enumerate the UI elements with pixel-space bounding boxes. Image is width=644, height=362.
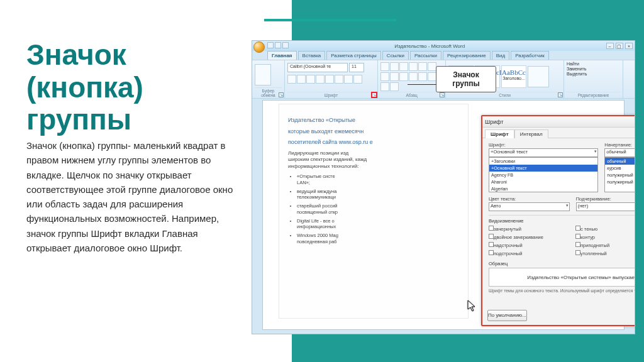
font-name-combo[interactable]: Calibri (Основной те	[287, 63, 348, 72]
preview-note: Шрифт темы для основного текста. Использ…	[489, 288, 635, 293]
show-marks-button[interactable]	[380, 72, 389, 81]
chk-engrave[interactable]: утопленный	[575, 250, 635, 256]
lbl-font: Шрифт:	[489, 142, 598, 148]
preview-box: Издательство «Открытые системы» выпускае…	[489, 268, 635, 287]
styles-launcher-icon[interactable]: ↘	[558, 92, 563, 97]
window-controls[interactable]: – ▢ ×	[606, 43, 633, 49]
replace-button[interactable]: Заменить	[567, 67, 586, 71]
group-editing-label: Редактирование	[567, 92, 620, 98]
callout-group-icon: Значок группы	[436, 66, 496, 92]
font-launcher-icon[interactable]: ↘	[372, 92, 377, 97]
office-button-icon[interactable]	[253, 41, 265, 53]
group-font-label: Шрифт	[287, 92, 375, 98]
doc-bullet: «Открытые систе LAN»;	[297, 173, 459, 186]
borders-button[interactable]	[390, 82, 399, 91]
align-right-button[interactable]	[409, 72, 418, 81]
subscript-button[interactable]	[325, 75, 334, 84]
change-styles-button[interactable]	[528, 66, 549, 87]
qat-redo-icon[interactable]	[282, 42, 289, 48]
doc-bullet: Windows 2000 Mag повседневная раб	[297, 233, 459, 245]
quick-access-toolbar[interactable]	[267, 42, 289, 48]
bullets-button[interactable]	[380, 62, 389, 71]
close-icon[interactable]: ×	[625, 43, 633, 49]
chk-strike[interactable]: зачеркнутый	[489, 226, 570, 232]
tab-developer[interactable]: Разработчик	[511, 51, 549, 60]
chk-outline[interactable]: контур	[575, 234, 635, 240]
bold-button[interactable]	[287, 75, 296, 84]
style-listbox[interactable]: обычный курсив полужирный полужирный кур…	[604, 157, 635, 192]
tab-mailings[interactable]: Рассылки	[410, 51, 441, 60]
ribbon-tabs[interactable]: Главная Вставка Разметка страницы Ссылки…	[267, 51, 549, 60]
line-spacing-button[interactable]	[428, 72, 436, 81]
chk-subscript[interactable]: подстрочный	[489, 250, 570, 256]
superscript-button[interactable]	[335, 75, 343, 84]
group-paragraph-label: Абзац	[380, 92, 443, 98]
indent-dec-button[interactable]	[409, 62, 418, 71]
word-screenshot: Издательство - Microsoft Word – ▢ × Глав…	[252, 40, 635, 334]
lbl-style: Начертание:	[604, 142, 635, 148]
sort-button[interactable]	[428, 62, 436, 71]
tab-home[interactable]: Главная	[267, 51, 297, 60]
paragraph-launcher-icon[interactable]: ↘	[440, 92, 445, 97]
dialog-tab-font[interactable]: Шрифт	[485, 129, 514, 138]
chk-shadow[interactable]: с тенью	[575, 226, 635, 232]
multilevel-button[interactable]	[399, 62, 408, 71]
chk-superscript[interactable]: надстрочный	[489, 242, 570, 248]
doc-hd-2: которые выходят ежемесячн	[288, 128, 459, 136]
chk-emboss[interactable]: приподнятый	[575, 242, 635, 248]
tab-review[interactable]: Рецензирование	[443, 51, 491, 60]
doc-para: Лидирующие позиции изд широким спектром …	[288, 150, 459, 170]
group-editing: Найти Заменить Выделить Редактирование	[564, 60, 623, 98]
font-listbox[interactable]: +Заголовки +Основной текст Agency FB Aha…	[489, 157, 598, 192]
style-tile-3[interactable]: AaBbCcЗаголово...	[501, 65, 526, 88]
lbl-color: Цвет текста:	[489, 196, 570, 202]
lbl-effects: Видоизменение	[489, 218, 635, 224]
paste-button[interactable]	[255, 64, 271, 85]
font-input[interactable]: +Основной текст	[489, 148, 598, 157]
align-center-button[interactable]	[399, 72, 408, 81]
highlight-button[interactable]	[344, 75, 353, 84]
document-page: Издательство «Открытые которые выходят е…	[279, 104, 468, 318]
word-window-title: Издательство - Microsoft Word	[394, 43, 465, 49]
default-button[interactable]: По умолчанию...	[487, 310, 527, 321]
tab-insert[interactable]: Вставка	[298, 51, 326, 60]
shading-button[interactable]	[380, 82, 389, 91]
find-button[interactable]: Найти	[567, 62, 579, 66]
doc-hd-3: посетителей сайта www.osp.ru е	[288, 139, 459, 146]
tab-layout[interactable]: Разметка страницы	[326, 51, 381, 60]
slide-body: Значок (кнопка) группы- маленький квадра…	[26, 138, 240, 255]
style-input[interactable]: обычный	[604, 148, 635, 157]
align-left-button[interactable]	[390, 72, 399, 81]
justify-button[interactable]	[418, 72, 427, 81]
select-button[interactable]: Выделить	[567, 72, 587, 76]
chk-dstrike[interactable]: двойное зачеркивание	[489, 234, 570, 240]
group-styles-label: Стили	[448, 92, 561, 98]
underline-button[interactable]	[306, 75, 315, 84]
maximize-icon[interactable]: ▢	[616, 43, 623, 49]
lbl-underline: Подчеркивание:	[576, 196, 635, 202]
group-clipboard-label: Буфер обмена	[255, 87, 282, 98]
clipboard-launcher-icon[interactable]: ↘	[279, 92, 284, 97]
font-dialog: Шрифт × Шрифт Интервал Шрифт: +Основной …	[481, 115, 635, 326]
underline-combo[interactable]: (нет)	[576, 202, 635, 211]
dialog-title: Шрифт	[485, 119, 504, 125]
group-font: Calibri (Основной те 11 Шрифт ↘	[285, 60, 378, 98]
doc-bullet: старейший россий посвященный откр	[297, 203, 459, 216]
strike-button[interactable]	[316, 75, 325, 84]
dialog-tab-spacing[interactable]: Интервал	[514, 129, 548, 138]
italic-button[interactable]	[297, 75, 306, 84]
qat-save-icon[interactable]	[267, 42, 274, 48]
numbering-button[interactable]	[390, 62, 399, 71]
minimize-icon[interactable]: –	[606, 43, 614, 49]
cursor-icon	[467, 300, 477, 312]
color-combo[interactable]: Авто	[489, 202, 570, 211]
doc-bullet: Digital Life - все о информационных	[297, 218, 459, 231]
font-size-combo[interactable]: 11	[349, 63, 364, 72]
tab-view[interactable]: Вид	[492, 51, 509, 60]
lbl-preview: Образец	[489, 261, 635, 266]
tab-references[interactable]: Ссылки	[382, 51, 409, 60]
font-color-button[interactable]	[353, 75, 362, 84]
indent-inc-button[interactable]	[418, 62, 427, 71]
doc-bullet: ведущий междуна телекоммуникаци	[297, 189, 459, 201]
qat-undo-icon[interactable]	[275, 42, 281, 48]
